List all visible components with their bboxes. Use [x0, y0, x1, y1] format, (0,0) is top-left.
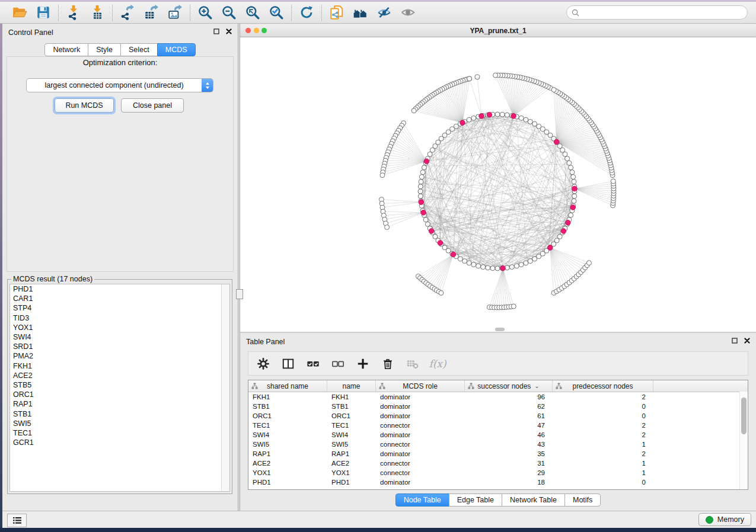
select-all-icon[interactable]	[305, 356, 321, 371]
add-column-icon[interactable]	[355, 356, 371, 371]
search-box[interactable]	[566, 5, 748, 20]
zoom-out-icon[interactable]	[221, 4, 237, 21]
settings-gear-icon[interactable]	[256, 356, 271, 371]
result-node[interactable]: FKH1	[10, 361, 229, 371]
zoom-in-icon[interactable]	[197, 4, 213, 21]
result-node[interactable]: STB5	[10, 380, 229, 390]
cell: ACE2	[248, 460, 327, 467]
result-list-scrollbar[interactable]	[221, 284, 229, 491]
import-network-icon[interactable]	[65, 4, 82, 21]
cell: SWI4	[327, 431, 376, 438]
optimization-criterion-label: Optimization criterion:	[2, 58, 238, 67]
cell: 0	[553, 479, 653, 486]
table-row[interactable]: YOX1YOX1connector291	[248, 468, 748, 477]
memory-button[interactable]: Memory	[698, 513, 751, 526]
network-window-title: YPA_prune.txt_1	[470, 27, 526, 35]
window-minimize-icon[interactable]	[254, 28, 259, 33]
cell: connector	[376, 460, 465, 467]
cell: dominator	[376, 393, 465, 400]
save-session-icon[interactable]	[35, 4, 52, 21]
result-node[interactable]: PHD1	[10, 284, 229, 294]
tab-mcds[interactable]: MCDS	[157, 43, 196, 56]
tab-network[interactable]: Network	[44, 43, 88, 56]
table-row[interactable]: SWI5SWI5connector431	[248, 440, 748, 449]
result-node[interactable]: GCR1	[10, 438, 229, 447]
hide-selected-icon[interactable]	[376, 4, 393, 21]
duplicate-network-icon[interactable]	[328, 4, 345, 21]
network-canvas[interactable]	[240, 37, 756, 332]
export-network-icon[interactable]	[119, 4, 136, 21]
show-all-icon[interactable]	[400, 4, 416, 21]
cell: connector	[376, 469, 465, 476]
network-hscrollbar-thumb[interactable]	[495, 328, 505, 331]
column-header-name[interactable]: name	[327, 380, 376, 392]
result-node[interactable]: SWI4	[10, 332, 229, 342]
column-header-predecessor-nodes[interactable]: predecessor nodes	[553, 380, 653, 392]
column-header-successor-nodes[interactable]: successor nodes⌄	[465, 380, 553, 392]
refresh-view-icon[interactable]	[298, 4, 315, 21]
network-graph[interactable]	[240, 37, 756, 332]
delete-table-icon	[405, 356, 420, 371]
task-list-icon	[12, 517, 22, 524]
splitter-grip[interactable]	[236, 289, 243, 299]
tab-network-table[interactable]: Network Table	[502, 493, 565, 507]
table-row[interactable]: TEC1TEC1connector472	[248, 421, 748, 430]
first-neighbors-icon[interactable]	[352, 4, 369, 21]
table-row[interactable]: STB1STB1dominator620	[248, 402, 748, 411]
result-node[interactable]: TEC1	[10, 428, 229, 438]
mcds-result-list[interactable]: PHD1CAR1STP4TID3YOX1SWI4SRD1PMA2FKH1ACE2…	[9, 284, 230, 492]
result-node[interactable]: ACE2	[10, 371, 229, 380]
table-vscrollbar[interactable]	[739, 392, 748, 489]
result-node[interactable]: PMA2	[10, 351, 229, 361]
close-panel-button[interactable]: Close panel	[121, 98, 184, 113]
table-row[interactable]: SWI4SWI4dominator462	[248, 430, 748, 440]
run-mcds-button[interactable]: Run MCDS	[55, 98, 114, 113]
criterion-dropdown[interactable]: largest connected component (undirected)	[26, 78, 213, 92]
window-maximize-icon[interactable]	[261, 28, 267, 33]
delete-column-icon[interactable]	[380, 356, 395, 371]
tab-edge-table[interactable]: Edge Table	[449, 493, 502, 507]
open-file-icon[interactable]	[11, 4, 28, 21]
column-header-MCDS-role[interactable]: MCDS role	[376, 380, 465, 392]
import-table-icon[interactable]	[89, 4, 106, 21]
result-node[interactable]: RAP1	[10, 399, 229, 409]
tab-node-table[interactable]: Node Table	[395, 493, 449, 507]
deselect-all-icon[interactable]	[330, 356, 346, 371]
result-node[interactable]: STB1	[10, 409, 229, 419]
cell: dominator	[376, 450, 465, 457]
export-table-icon[interactable]	[143, 4, 160, 21]
close-table-panel-icon[interactable]	[744, 338, 750, 344]
tab-style[interactable]: Style	[88, 43, 121, 56]
table-row[interactable]: RAP1RAP1dominator352	[248, 449, 748, 459]
table-row[interactable]: ACE2ACE2connector311	[248, 459, 748, 468]
cell: 35	[465, 450, 553, 457]
network-window-titlebar[interactable]: YPA_prune.txt_1	[240, 25, 756, 37]
close-panel-icon[interactable]	[226, 28, 232, 34]
result-node[interactable]: TID3	[10, 313, 229, 323]
result-node[interactable]: STP4	[10, 303, 229, 313]
result-node[interactable]: CAR1	[10, 294, 229, 303]
export-image-icon[interactable]	[167, 4, 183, 21]
float-panel-icon[interactable]	[213, 28, 219, 34]
task-history-button[interactable]	[7, 514, 27, 527]
tab-motifs[interactable]: Motifs	[564, 493, 601, 507]
show-columns-icon[interactable]	[280, 356, 296, 371]
zoom-fit-icon[interactable]	[244, 4, 261, 21]
result-node[interactable]: SRD1	[10, 342, 229, 351]
table-row[interactable]: PHD1PHD1dominator180	[248, 477, 748, 487]
table-vscrollbar-thumb[interactable]	[741, 398, 747, 434]
window-close-icon[interactable]	[245, 28, 251, 33]
result-node[interactable]: SWI5	[10, 419, 229, 428]
cell: 1	[553, 460, 653, 467]
search-input[interactable]	[583, 8, 742, 17]
table-row[interactable]: ORC1ORC1dominator610	[248, 411, 748, 421]
cell: SWI4	[248, 431, 327, 438]
column-header-shared-name[interactable]: shared name	[248, 380, 327, 392]
table-row[interactable]: FKH1FKH1dominator962	[248, 392, 748, 402]
zoom-selected-icon[interactable]	[268, 4, 285, 21]
result-node[interactable]: ORC1	[10, 390, 229, 399]
cell: FKH1	[327, 393, 376, 400]
float-table-panel-icon[interactable]	[732, 338, 738, 344]
tab-select[interactable]: Select	[120, 43, 158, 56]
result-node[interactable]: YOX1	[10, 323, 229, 332]
